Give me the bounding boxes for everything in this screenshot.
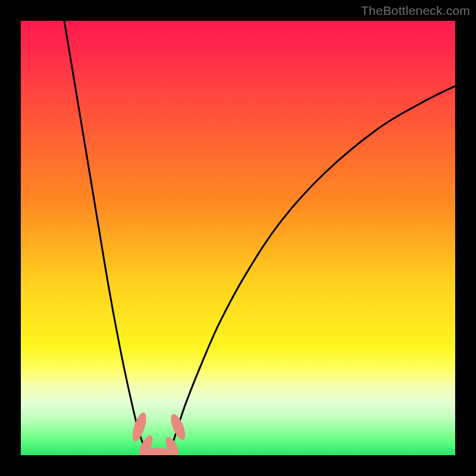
bottleneck-curve bbox=[64, 21, 455, 455]
marker-group bbox=[130, 411, 188, 455]
plot-area bbox=[21, 21, 455, 455]
chart-frame: TheBottleneck.com bbox=[0, 0, 476, 476]
curve-group bbox=[64, 21, 455, 455]
watermark-text: TheBottleneck.com bbox=[361, 4, 470, 18]
curve-overlay bbox=[21, 21, 455, 455]
right-cluster-upper bbox=[168, 412, 188, 442]
